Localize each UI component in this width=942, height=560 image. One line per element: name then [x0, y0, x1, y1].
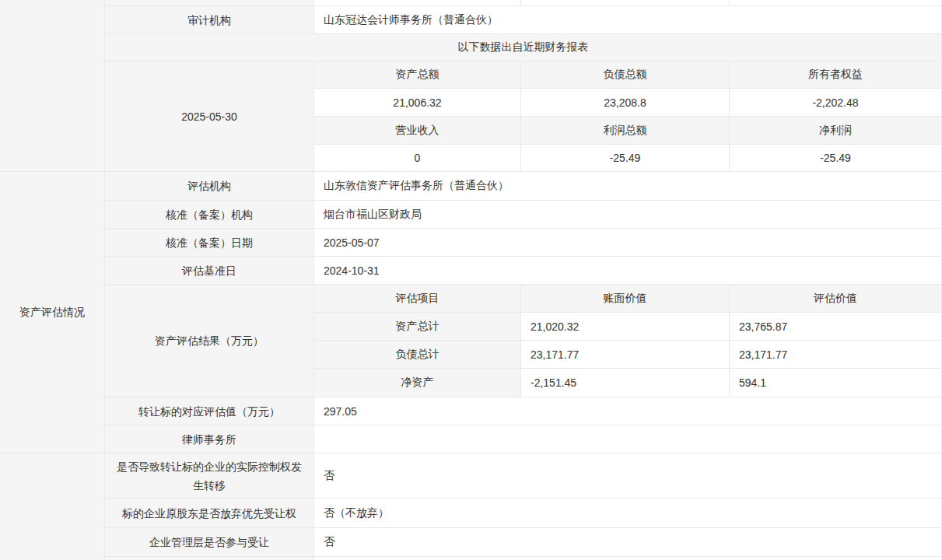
book-value-total-liabilities: 23,171.77 [521, 341, 730, 368]
law-firm-value [314, 425, 941, 453]
header-eval-item: 评估项目 [314, 285, 521, 312]
partial-bottom-value-cell [314, 557, 941, 560]
financial-report-grid: 资产总额 负债总额 所有者权益 21,006.32 23,208.8 -2,20… [314, 61, 941, 172]
eval-item-total-liabilities: 负债总计 [314, 341, 521, 368]
header-total-profit: 利润总额 [521, 117, 730, 144]
financial-header-row-profit: 营业收入 利润总额 净利润 [314, 117, 941, 145]
approval-agency-value: 烟台市福山区财政局 [314, 201, 941, 228]
approval-date-label: 核准（备案）日期 [105, 229, 314, 256]
value-owners-equity: -2,202.48 [730, 89, 941, 116]
waive-preemptive-value: 否（不放弃） [314, 499, 941, 527]
assessment-result-grid: 评估项目 账面价值 评估价值 资产总计 21,020.32 23,765.87 … [314, 285, 941, 397]
assessment-base-date-label: 评估基准日 [105, 257, 314, 284]
value-operating-revenue: 0 [314, 145, 521, 171]
financial-report-table: 2025-05-30 资产总额 负债总额 所有者权益 21,006.32 23,… [105, 61, 941, 172]
transfer-assessed-value-label: 转让标的对应评估值（万元） [105, 397, 314, 425]
book-value-total-assets: 21,020.32 [521, 313, 730, 340]
assessed-value-total-liabilities: 23,171.77 [730, 341, 941, 368]
row-law-firm: 律师事务所 [105, 425, 941, 453]
row-audit-agency: 审计机构 山东冠达会计师事务所（普通合伙） [105, 6, 941, 34]
partial-row-bottom [105, 557, 941, 560]
financial-report-date-cell: 2025-05-30 [105, 61, 314, 172]
header-operating-revenue: 营业收入 [314, 117, 521, 144]
header-assessed-value: 评估价值 [730, 285, 941, 312]
assessment-agency-label: 评估机构 [105, 172, 314, 200]
law-firm-label: 律师事务所 [105, 425, 314, 453]
value-total-assets: 21,006.32 [314, 89, 521, 116]
row-assessment-agency: 评估机构 山东敦信资产评估事务所（普通合伙） [105, 172, 941, 201]
approval-date-value: 2025-05-07 [314, 229, 941, 256]
row-approval-date: 核准（备案）日期 2025-05-07 [105, 229, 941, 257]
audit-agency-label: 审计机构 [105, 6, 314, 33]
detail-rows: 审计机构 山东冠达会计师事务所（普通合伙） 以下数据出自近期财务报表 2025-… [105, 0, 942, 560]
category-column: 资产评估情况 [0, 0, 105, 560]
header-owners-equity: 所有者权益 [730, 61, 941, 88]
row-control-change: 是否导致转让标的企业的实际控制权发生转移 否 [105, 453, 941, 499]
assessment-result-label: 资产评估结果（万元） [105, 285, 314, 397]
assessed-value-net-assets: 594.1 [730, 369, 941, 397]
value-total-liabilities: 23,208.8 [521, 89, 730, 116]
assessment-result-table: 资产评估结果（万元） 评估项目 账面价值 评估价值 资产总计 21,020.32… [105, 285, 941, 397]
management-participation-value: 否 [314, 528, 941, 556]
financial-value-row-profit: 0 -25.49 -25.49 [314, 145, 941, 172]
value-net-profit: -25.49 [730, 145, 941, 171]
assessment-result-header-row: 评估项目 账面价值 评估价值 [314, 285, 941, 313]
partial-top-cell-3 [730, 0, 941, 5]
category-cell-assessment: 资产评估情况 [0, 172, 105, 453]
asset-transfer-detail-table: 资产评估情况 审计机构 山东冠达会计师事务所（普通合伙） 以下数据出自近期财务报… [0, 0, 942, 560]
header-total-liabilities: 负债总额 [521, 61, 730, 88]
control-change-value: 否 [314, 453, 941, 498]
assessment-row-total-assets: 资产总计 21,020.32 23,765.87 [314, 313, 941, 341]
partial-bottom-label-cell [105, 557, 314, 560]
partial-top-cell-1 [314, 0, 521, 5]
financial-note-text: 以下数据出自近期财务报表 [105, 34, 941, 61]
header-total-assets: 资产总额 [314, 61, 521, 88]
financial-header-row-assets: 资产总额 负债总额 所有者权益 [314, 61, 941, 89]
category-label-assessment: 资产评估情况 [19, 306, 85, 320]
assessment-base-date-value: 2024-10-31 [314, 257, 941, 284]
assessment-row-net-assets: 净资产 -2,151.45 594.1 [314, 369, 941, 397]
row-transfer-assessed-value: 转让标的对应评估值（万元） 297.05 [105, 397, 941, 425]
header-net-profit: 净利润 [730, 117, 941, 144]
book-value-net-assets: -2,151.45 [521, 369, 730, 397]
partial-top-label-cell [105, 0, 314, 5]
financial-value-row-assets: 21,006.32 23,208.8 -2,202.48 [314, 89, 941, 117]
category-cell-top [0, 0, 105, 172]
eval-item-net-assets: 净资产 [314, 369, 521, 397]
management-participation-label: 企业管理层是否参与受让 [105, 528, 314, 556]
row-assessment-base-date: 评估基准日 2024-10-31 [105, 257, 941, 285]
header-book-value: 账面价值 [521, 285, 730, 312]
waive-preemptive-label: 标的企业原股东是否放弃优先受让权 [105, 499, 314, 527]
assessment-row-total-liabilities: 负债总计 23,171.77 23,171.77 [314, 341, 941, 369]
row-financial-note: 以下数据出自近期财务报表 [105, 34, 941, 61]
eval-item-total-assets: 资产总计 [314, 313, 521, 340]
row-approval-agency: 核准（备案）机构 烟台市福山区财政局 [105, 201, 941, 229]
value-total-profit: -25.49 [521, 145, 730, 171]
assessment-agency-value: 山东敦信资产评估事务所（普通合伙） [314, 172, 941, 200]
row-waive-preemptive-right: 标的企业原股东是否放弃优先受让权 否（不放弃） [105, 499, 941, 528]
category-cell-bottom [0, 453, 105, 560]
partial-top-cell-2 [521, 0, 730, 5]
control-change-label: 是否导致转让标的企业的实际控制权发生转移 [105, 453, 314, 498]
row-management-participation: 企业管理层是否参与受让 否 [105, 528, 941, 557]
audit-agency-value: 山东冠达会计师事务所（普通合伙） [314, 6, 941, 33]
partial-row-top [105, 0, 941, 6]
transfer-assessed-value-value: 297.05 [314, 397, 941, 425]
approval-agency-label: 核准（备案）机构 [105, 201, 314, 228]
assessed-value-total-assets: 23,765.87 [730, 313, 941, 340]
